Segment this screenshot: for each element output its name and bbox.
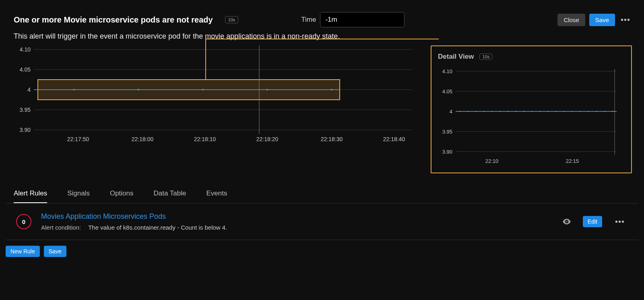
y-tick: 4.10 — [442, 68, 452, 74]
svg-point-25 — [499, 111, 500, 112]
svg-point-29 — [531, 111, 533, 112]
save-button[interactable]: Save — [589, 14, 615, 26]
svg-point-23 — [483, 111, 484, 112]
y-tick: 4.05 — [442, 88, 452, 95]
svg-point-35 — [580, 111, 581, 112]
x-tick: 22:18:10 — [194, 136, 216, 142]
svg-point-34 — [572, 111, 573, 112]
y-tick: 3.90 — [20, 127, 31, 133]
svg-point-32 — [555, 111, 557, 112]
x-tick: 22:17:50 — [67, 136, 89, 142]
svg-point-26 — [507, 111, 508, 112]
y-tick: 4 — [450, 109, 452, 115]
alert-rule-row: 0 Movies Application Microservices Pods … — [6, 203, 638, 240]
svg-point-28 — [523, 111, 524, 112]
detail-refresh-badge: 10s — [479, 53, 492, 60]
rule-status-count: 0 — [16, 214, 31, 229]
edit-rule-button[interactable]: Edit — [583, 216, 602, 227]
svg-point-38 — [604, 111, 605, 112]
detail-chart[interactable]: 4.10 4.05 4 3.95 3.90 22:10 22:15 — [438, 64, 623, 168]
svg-point-10 — [202, 89, 204, 90]
x-tick: 22:18:00 — [132, 136, 154, 142]
svg-point-21 — [467, 111, 468, 112]
x-tick: 22:18:20 — [256, 136, 279, 142]
page-title: One or more Movie microservice pods are … — [14, 15, 213, 25]
refresh-badge: 10s — [225, 16, 239, 23]
y-tick: 3.90 — [442, 149, 452, 155]
svg-point-36 — [588, 111, 589, 112]
svg-point-12 — [331, 89, 332, 90]
x-tick: 22:10 — [485, 158, 499, 164]
save-rules-button[interactable]: Save — [44, 246, 66, 257]
x-tick: 22:15 — [566, 158, 579, 164]
alert-description: This alert will trigger in the event a m… — [0, 31, 644, 45]
svg-point-37 — [596, 111, 597, 112]
tab-alert-rules[interactable]: Alert Rules — [14, 189, 47, 203]
y-tick: 3.95 — [442, 129, 452, 135]
svg-point-24 — [491, 111, 492, 112]
y-tick: 4 — [27, 86, 31, 93]
svg-point-33 — [564, 111, 565, 112]
rule-name-link[interactable]: Movies Application Microservices Pods — [41, 212, 227, 221]
svg-point-8 — [73, 89, 75, 90]
tab-signals[interactable]: Signals — [67, 189, 90, 203]
tab-options[interactable]: Options — [110, 189, 134, 203]
time-input[interactable] — [320, 12, 405, 27]
visibility-icon[interactable] — [562, 217, 572, 226]
svg-point-27 — [515, 111, 516, 112]
svg-point-9 — [138, 89, 139, 90]
svg-point-31 — [547, 111, 549, 112]
svg-point-30 — [539, 111, 541, 112]
rule-condition-text: The value of k8s.container.ready - Count… — [88, 224, 227, 231]
main-chart[interactable]: 4.10 4.05 4 3.95 3.90 22:17:50 — [14, 45, 420, 173]
svg-point-20 — [459, 111, 460, 112]
x-tick: 22:18:40 — [383, 136, 405, 142]
y-tick: 4.10 — [20, 46, 31, 53]
time-label: Time — [301, 16, 316, 24]
detail-view-panel: Detail View 10s 4.10 4.05 4 3.95 3.9 — [431, 45, 632, 173]
y-tick: 4.05 — [20, 66, 31, 73]
tab-events[interactable]: Events — [206, 189, 227, 203]
tabs: Alert Rules Signals Options Data Table E… — [6, 181, 638, 203]
y-tick: 3.95 — [20, 107, 31, 113]
close-button[interactable]: Close — [557, 14, 585, 26]
detail-view-title: Detail View — [438, 53, 474, 61]
more-menu-icon[interactable]: ••• — [619, 15, 632, 25]
svg-point-22 — [475, 111, 476, 112]
x-tick: 22:18:30 — [321, 136, 343, 142]
svg-point-11 — [266, 89, 268, 90]
svg-point-39 — [612, 111, 613, 112]
rule-condition-label: Alert condition: — [41, 224, 81, 231]
tab-data-table[interactable]: Data Table — [154, 189, 186, 203]
new-rule-button[interactable]: New Rule — [6, 246, 40, 257]
rule-more-icon[interactable]: ••• — [613, 217, 626, 226]
